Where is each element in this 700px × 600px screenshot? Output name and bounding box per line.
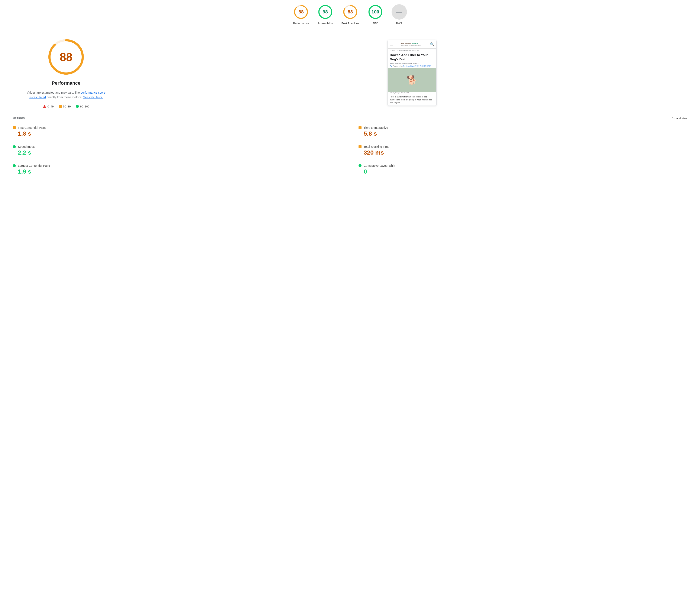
logo-spruce: the spruce xyxy=(401,43,411,45)
metrics-header: METRICS Expand view xyxy=(13,117,687,120)
desc-middle: directly from these metrics. xyxy=(47,96,82,99)
left-panel: 88 Performance Values are estimated and … xyxy=(13,38,119,108)
legend-green: 90–100 xyxy=(76,105,89,108)
pwa-dash: — xyxy=(396,9,402,15)
lcp-indicator xyxy=(13,164,16,167)
site-logo: the spruce PETS Vet Reviewed & Pet Appro… xyxy=(401,42,421,47)
tti-indicator xyxy=(358,126,361,129)
thumbnail-header: ☰ the spruce PETS Vet Reviewed & Pet App… xyxy=(388,40,436,49)
seo-circle: 100 xyxy=(368,4,383,20)
legend-red: 0–49 xyxy=(43,105,54,108)
right-panel: ☰ the spruce PETS Vet Reviewed & Pet App… xyxy=(136,38,687,106)
si-name: Speed Index xyxy=(18,145,35,148)
best-practices-score: 83 xyxy=(348,9,353,15)
main-score-title: Performance xyxy=(52,80,80,86)
fcp-name: First Contentful Paint xyxy=(18,126,46,129)
main-score-circle: 88 xyxy=(47,38,85,76)
best-practices-label: Best Practices xyxy=(342,22,359,25)
score-legend: 0–49 50–89 90–100 xyxy=(43,105,89,108)
metric-lcp: Largest Contentful Paint 1.9 s xyxy=(13,160,350,179)
si-value: 2.2 s xyxy=(13,149,341,156)
metric-fcp: First Contentful Paint 1.8 s xyxy=(13,122,350,141)
metric-tbt: Total Blocking Time 320 ms xyxy=(350,141,687,160)
thumbnail-byline: By LIZ WAYNICK Updated on 03/12/22 xyxy=(388,63,436,65)
triangle-icon xyxy=(43,105,46,108)
performance-circle: 88 xyxy=(293,4,309,20)
score-item-pwa[interactable]: — PWA xyxy=(392,4,407,25)
metric-si: Speed Index 2.2 s xyxy=(13,141,350,160)
score-item-best-practices[interactable]: 83 Best Practices xyxy=(342,4,359,25)
metric-cls: Cumulative Layout Shift 0 xyxy=(350,160,687,179)
performance-score: 88 xyxy=(298,9,303,15)
thumbnail-body: Fiber is a vital nutrient when it comes … xyxy=(388,94,436,105)
legend-red-label: 0–49 xyxy=(48,105,54,108)
tti-name: Time to Interactive xyxy=(364,126,388,129)
lcp-value: 1.9 s xyxy=(13,168,341,175)
performance-label: Performance xyxy=(293,22,309,25)
score-item-accessibility[interactable]: 98 Accessibility xyxy=(318,4,333,25)
tbt-indicator xyxy=(358,145,361,148)
main-score-value: 88 xyxy=(60,50,73,64)
si-indicator xyxy=(13,145,16,148)
logo-tagline: Vet Reviewed & Pet Approved xyxy=(401,45,421,47)
reviewer-text: Reviewed by Reviewed by ALYCIA WASHINGTO… xyxy=(393,65,431,67)
accessibility-score: 98 xyxy=(323,9,328,15)
score-item-seo[interactable]: 100 SEO xyxy=(368,4,383,25)
tbt-name: Total Blocking Time xyxy=(364,145,390,148)
main-description: Values are estimated and may vary. The p… xyxy=(26,90,106,100)
seo-score: 100 xyxy=(371,9,379,15)
calculator-link[interactable]: See calculator. xyxy=(83,96,103,99)
pwa-circle: — xyxy=(392,4,407,20)
search-icon: 🔍 xyxy=(430,42,434,46)
site-thumbnail: ☰ the spruce PETS Vet Reviewed & Pet App… xyxy=(388,40,436,106)
best-practices-circle: 83 xyxy=(343,4,358,20)
cls-value: 0 xyxy=(358,168,683,175)
hamburger-icon: ☰ xyxy=(390,42,393,46)
metrics-title: METRICS xyxy=(13,117,25,119)
expand-view-button[interactable]: Expand view xyxy=(671,117,687,120)
metrics-section: METRICS Expand view First Contentful Pai… xyxy=(0,117,700,188)
desc-text: Values are estimated and may vary. The xyxy=(27,91,80,94)
accessibility-circle: 98 xyxy=(318,4,333,20)
legend-orange: 50–89 xyxy=(59,105,71,108)
reviewer-link[interactable]: Reviewed by ALYCIA WASHINGTON xyxy=(403,65,431,67)
main-content: 88 Performance Values are estimated and … xyxy=(0,29,700,117)
pwa-label: PWA xyxy=(396,22,402,25)
dog-image: 🐕 xyxy=(388,68,436,92)
fcp-value: 1.8 s xyxy=(13,130,341,137)
metrics-grid: First Contentful Paint 1.8 s Time to Int… xyxy=(13,122,687,179)
seo-label: SEO xyxy=(372,22,378,25)
thumbnail-reviewer: 🐾 Reviewed by Reviewed by ALYCIA WASHING… xyxy=(388,65,436,68)
legend-green-label: 90–100 xyxy=(80,105,89,108)
thumbnail-breadcrumb: DOGS › DOG NUTRITION & FOOD xyxy=(388,49,436,52)
score-bar: 88 Performance 98 Accessibility 83 Best … xyxy=(0,0,700,29)
cls-indicator xyxy=(358,164,361,167)
cls-name: Cumulative Layout Shift xyxy=(364,164,395,167)
metric-tti: Time to Interactive 5.8 s xyxy=(350,122,687,141)
score-item-performance[interactable]: 88 Performance xyxy=(293,4,309,25)
logo-pets: PETS xyxy=(412,42,418,45)
fcp-indicator xyxy=(13,126,16,129)
thumbnail-title: How to Add Fiber to Your Dog's Diet xyxy=(388,52,436,63)
square-orange-icon xyxy=(59,105,62,108)
dot-green-icon xyxy=(76,105,79,108)
accessibility-label: Accessibility xyxy=(318,22,333,25)
tti-value: 5.8 s xyxy=(358,130,683,137)
lcp-name: Largest Contentful Paint xyxy=(18,164,50,167)
legend-orange-label: 50–89 xyxy=(63,105,71,108)
tbt-value: 320 ms xyxy=(358,149,683,156)
image-caption: © Getty Images · Weston681 xyxy=(388,92,436,94)
byline-text: By LIZ WAYNICK Updated on 03/12/22 xyxy=(390,63,420,64)
